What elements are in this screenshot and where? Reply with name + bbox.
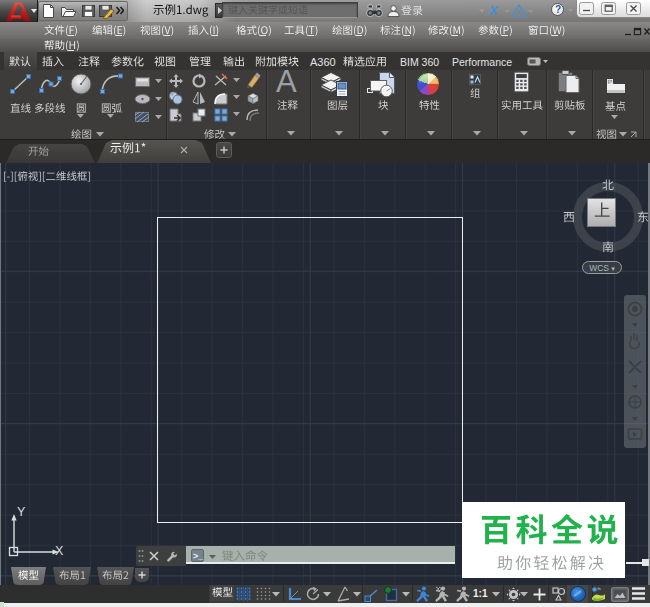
svg-text:Y: Y xyxy=(17,505,26,519)
svg-text:X: X xyxy=(55,544,64,558)
